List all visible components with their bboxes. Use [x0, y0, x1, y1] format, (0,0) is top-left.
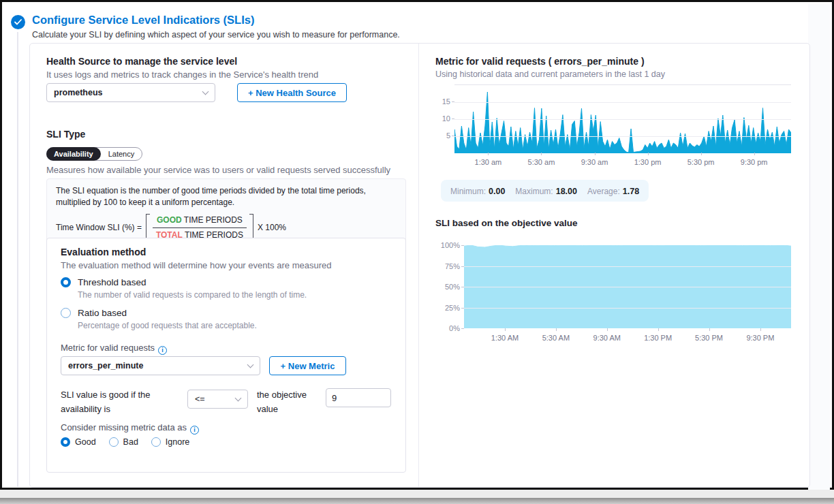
- sli-type-label: SLI Type: [46, 129, 85, 140]
- metric-panel-title: Metric for valid requests ( errors_per_m…: [435, 56, 645, 67]
- stat-min-label: Minimum:: [450, 187, 486, 196]
- y-axis-label: 25%: [439, 304, 460, 312]
- x-axis-label: 1:30 pm: [634, 158, 662, 166]
- missing-data-radio-group: Good Bad Ignore: [61, 437, 189, 447]
- stat-avg-value: 1.78: [623, 187, 639, 196]
- sli-condition-prefix: SLI value is good if the availability is: [61, 388, 189, 417]
- column-divider: [418, 44, 419, 487]
- right-gutter: [808, 4, 830, 490]
- missing-data-good-radio[interactable]: [61, 437, 70, 447]
- new-metric-button[interactable]: + New Metric: [269, 356, 346, 375]
- stat-max-label: Maximum:: [515, 187, 553, 196]
- metric-for-valid-requests-label: Metric for valid requestsi: [61, 343, 167, 355]
- x-axis-label: 9:30 PM: [746, 334, 774, 342]
- stat-avg-label: Average:: [587, 187, 620, 196]
- new-health-source-button[interactable]: + New Health Source: [237, 83, 347, 102]
- equation-rhs: X 100%: [258, 222, 286, 234]
- objective-value-input[interactable]: [326, 388, 391, 407]
- info-icon[interactable]: i: [158, 346, 167, 355]
- missing-data-label: Consider missing metric data asi: [61, 422, 199, 435]
- sli-config-card: Health Source to manage the service leve…: [29, 43, 810, 488]
- metric-stats-pill: Minimum:0.00 Maximum:18.00 Average:1.78: [441, 180, 649, 202]
- metric-timeseries-chart: 510151:30 am5:30 am9:30 am1:30 pm5:30 pm…: [435, 84, 803, 177]
- sli-panel-title: SLI based on the objective value: [435, 218, 578, 228]
- equation-lhs: Time Window SLI (%) =: [56, 222, 142, 234]
- x-axis-label: 9:30 am: [581, 158, 608, 166]
- metric-select[interactable]: errors_per_minute: [61, 356, 260, 375]
- threshold-based-description: The number of valid requests is compared…: [78, 290, 307, 300]
- y-axis-label: 100%: [439, 241, 460, 249]
- stat-min-value: 0.00: [489, 187, 505, 196]
- ratio-based-radio[interactable]: [61, 308, 71, 318]
- sli-type-option-latency[interactable]: Latency: [101, 148, 142, 160]
- missing-data-good-label: Good: [75, 437, 96, 447]
- x-axis-label: 5:30 pm: [688, 158, 715, 166]
- sli-condition-suffix: the objective value: [257, 388, 315, 417]
- operator-select-value: <=: [195, 394, 205, 404]
- evaluation-subtitle: The evaluation method will determine how…: [61, 260, 331, 270]
- equation-good-term: GOOD: [157, 215, 182, 225]
- missing-data-ignore-radio[interactable]: [151, 437, 161, 447]
- x-axis-label: 9:30 pm: [741, 158, 768, 166]
- health-source-select[interactable]: prometheus: [46, 83, 215, 102]
- y-axis-label: 15: [430, 97, 450, 106]
- page-title: Configure Service Level Indicatiors (SLI…: [32, 14, 254, 27]
- sli-equation-description: The SLI equation is the number of good t…: [56, 185, 397, 209]
- x-axis-label: 1:30 PM: [644, 334, 672, 342]
- missing-data-ignore-label: Ignore: [166, 437, 189, 447]
- y-axis-label: 50%: [439, 283, 460, 291]
- page-subtitle: Calculate your SLI by defining which asp…: [32, 30, 400, 40]
- chevron-down-icon: [247, 362, 254, 368]
- operator-select[interactable]: <=: [187, 390, 248, 409]
- chevron-down-icon: [235, 395, 242, 402]
- x-axis-label: 9:30 AM: [593, 334, 621, 342]
- health-source-select-value: prometheus: [54, 88, 103, 97]
- x-axis-label: 5:30 AM: [542, 334, 570, 342]
- y-axis-label: 75%: [439, 262, 460, 270]
- missing-data-bad-label: Bad: [123, 437, 138, 447]
- health-source-title: Health Source to manage the service leve…: [46, 56, 237, 67]
- step-connector-line: [17, 32, 18, 487]
- equation-num-rest: TIME PERIODS: [184, 215, 243, 225]
- sli-area-chart: 0%25%50%75%100%1:30 AM5:30 AM9:30 AM1:30…: [435, 245, 803, 354]
- stat-max-value: 18.00: [556, 187, 577, 196]
- sli-type-toggle: Availability Latency: [46, 147, 142, 161]
- check-circle-icon: [11, 15, 25, 29]
- y-axis-label: 0%: [439, 324, 460, 332]
- missing-data-bad-radio[interactable]: [109, 437, 119, 447]
- metric-select-value: errors_per_minute: [68, 361, 143, 371]
- info-icon[interactable]: i: [190, 426, 199, 435]
- sli-type-option-availability[interactable]: Availability: [46, 147, 101, 161]
- sli-type-description: Measures how available your service was …: [46, 165, 390, 175]
- evaluation-method-card: Evaluation method The evaluation method …: [46, 238, 406, 473]
- chevron-down-icon: [202, 89, 209, 95]
- window-shadow: [0, 498, 834, 504]
- x-axis-label: 5:30 PM: [695, 334, 723, 342]
- y-axis-label: 10: [430, 114, 450, 123]
- y-axis-label: 5: [430, 131, 450, 140]
- x-axis-label: 5:30 am: [528, 158, 555, 166]
- ratio-based-description: Percentage of good requests that are acc…: [78, 321, 257, 330]
- threshold-based-label: Threshold based: [78, 277, 146, 287]
- window-shadow: [0, 490, 834, 498]
- app-window: Configure Service Level Indicatiors (SLI…: [0, 0, 834, 490]
- threshold-based-radio[interactable]: [61, 277, 71, 287]
- x-axis-label: 1:30 am: [475, 158, 502, 166]
- evaluation-title: Evaluation method: [61, 247, 146, 257]
- x-axis-label: 1:30 AM: [491, 334, 519, 342]
- health-source-subtitle: It uses logs and metrics to track change…: [46, 69, 318, 80]
- ratio-based-label: Ratio based: [78, 308, 127, 318]
- metric-panel-subtitle: Using historical data and current parame…: [435, 69, 665, 79]
